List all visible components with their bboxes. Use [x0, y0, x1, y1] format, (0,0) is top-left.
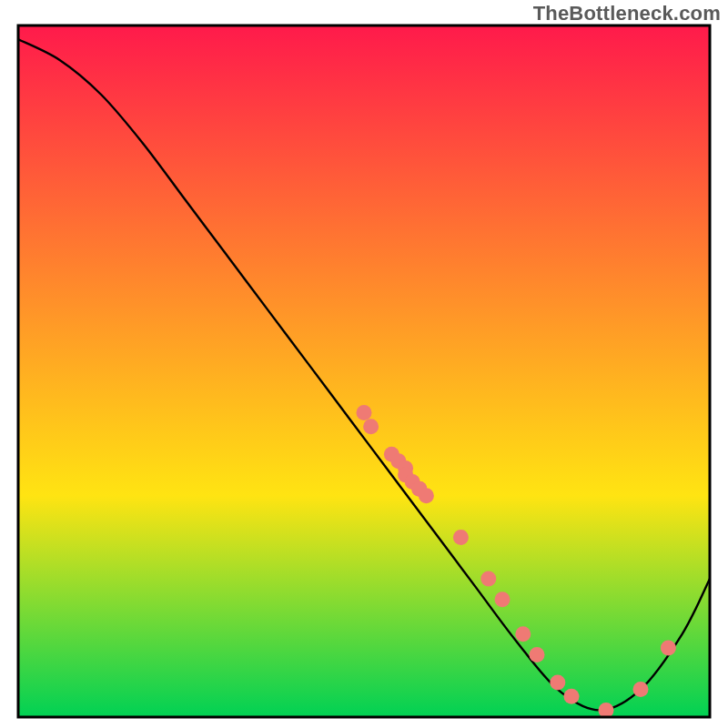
data-point — [564, 689, 580, 704]
plot-area — [18, 25, 710, 718]
data-point — [419, 488, 434, 503]
data-point — [661, 641, 676, 656]
data-point — [480, 571, 496, 587]
data-point — [599, 703, 614, 718]
watermark-text: TheBottleneck.com — [533, 2, 721, 25]
data-point — [515, 626, 531, 642]
gradient-background — [18, 25, 710, 717]
data-point — [363, 419, 379, 434]
data-point — [550, 675, 565, 691]
data-point — [530, 647, 545, 662]
data-point — [633, 682, 649, 697]
data-point — [453, 530, 469, 545]
bottleneck-chart — [0, 0, 728, 728]
data-point — [495, 592, 511, 607]
data-point — [357, 405, 372, 420]
page-root: TheBottleneck.com — [0, 0, 728, 728]
